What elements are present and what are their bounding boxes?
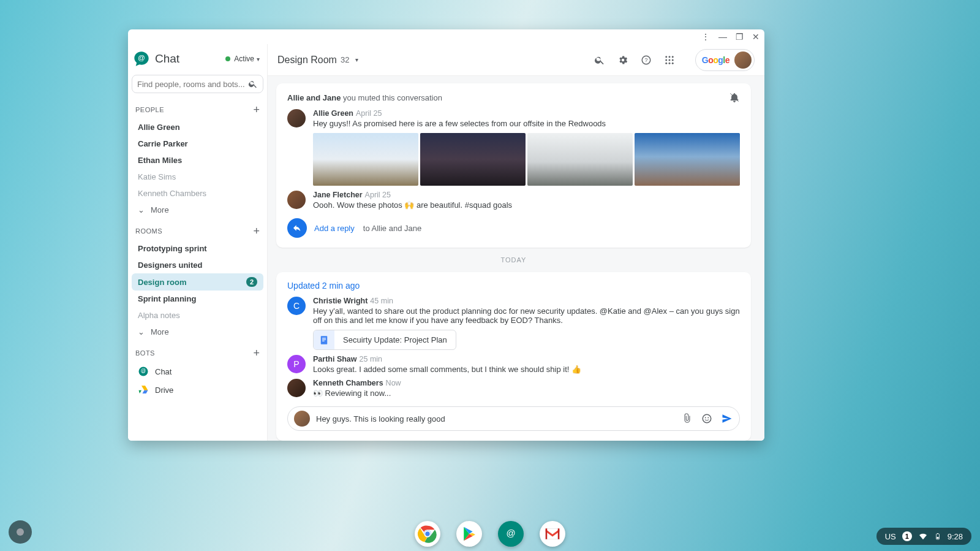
drive-bot-icon	[138, 384, 149, 395]
google-doc-icon	[314, 330, 334, 349]
sidebar-item-room[interactable]: Alpha notes	[132, 307, 263, 324]
avatar	[287, 109, 306, 127]
message: Allie GreenApril 25 Hey guys!! As promis…	[287, 109, 740, 186]
photo-thumbnail[interactable]	[527, 133, 633, 186]
shelf-app-chat[interactable]: @	[498, 521, 524, 547]
room-selector[interactable]: Design Room 32 ▾	[277, 55, 358, 66]
rooms-more[interactable]: ⌄ More	[132, 324, 263, 340]
svg-text:@: @	[138, 53, 145, 61]
avatar	[287, 379, 306, 397]
section-head-bots: Bots +	[132, 344, 263, 362]
shelf-app-chrome[interactable]	[415, 521, 440, 547]
sidebar-item-person[interactable]: Kenneth Chambers	[132, 185, 263, 202]
section-head-rooms: Rooms +	[132, 222, 263, 240]
reply-icon[interactable]	[287, 218, 307, 238]
account-chip[interactable]: Google	[695, 49, 755, 71]
photo-thumbnail[interactable]	[635, 133, 740, 186]
message: P Parthi Shaw25 min Looks great. I added…	[287, 355, 740, 374]
chevron-down-icon: ⌄	[138, 205, 145, 215]
people-more[interactable]: ⌄ More	[132, 202, 263, 218]
chevron-down-icon: ⌄	[138, 327, 145, 336]
shelf-apps: @	[415, 521, 565, 547]
thread-card: Updated 2 min ago C Christie Wright45 mi…	[276, 272, 751, 441]
add-people-icon[interactable]: +	[253, 104, 260, 115]
sidebar-item-person[interactable]: Ethan Miles	[132, 152, 263, 169]
svg-rect-17	[322, 340, 325, 341]
sidebar-item-person[interactable]: Carrie Parker	[132, 135, 263, 152]
add-reply-link[interactable]: Add a reply	[314, 224, 355, 233]
battery-icon	[934, 531, 941, 541]
compose-input[interactable]	[316, 414, 676, 424]
emoji-icon[interactable]	[701, 413, 712, 424]
section-head-people: People +	[132, 101, 263, 119]
apps-grid-icon[interactable]	[663, 54, 676, 66]
sidebar-item-bot-drive[interactable]: Drive	[132, 381, 263, 399]
thread-updated-label: Updated 2 min ago	[287, 281, 740, 291]
launcher-button[interactable]	[9, 520, 32, 544]
sidebar-item-room[interactable]: Sprint planning	[132, 291, 263, 307]
svg-rect-28	[937, 533, 938, 534]
chevron-down-icon: ▾	[257, 56, 260, 63]
compose-row	[287, 406, 740, 431]
window-menu-icon[interactable]: ⋮	[701, 32, 710, 42]
sidebar-item-room[interactable]: Prototyping sprint	[132, 240, 263, 257]
message-text: Hey y'all, wanted to share out the produ…	[313, 306, 740, 325]
sidebar: @ Chat Active ▾ P	[128, 44, 268, 441]
help-icon[interactable]: ?	[640, 54, 652, 66]
system-tray[interactable]: US 1 9:28	[876, 528, 971, 545]
presence-dropdown[interactable]: Active ▾	[225, 55, 260, 63]
chat-window: ⋮ — ❐ ✕ @ Chat Active ▾	[128, 29, 764, 441]
sidebar-item-person[interactable]: Katie Sims	[132, 169, 263, 185]
photo-thumbnail[interactable]	[420, 133, 526, 186]
message-scroll[interactable]: Allie and Jane you muted this conversati…	[268, 76, 764, 441]
window-maximize-icon[interactable]: ❐	[736, 32, 744, 42]
bell-off-icon[interactable]	[729, 92, 740, 103]
search-icon[interactable]	[594, 54, 606, 66]
room-member-count: 32	[341, 55, 349, 64]
sidebar-search[interactable]	[132, 75, 263, 93]
presence-dot-icon	[225, 56, 230, 61]
add-bot-icon[interactable]: +	[253, 348, 260, 359]
chevron-down-icon: ▾	[355, 56, 358, 63]
section-label-bots: Bots	[135, 349, 155, 357]
svg-point-10	[671, 59, 673, 61]
message-text: Looks great. I added some small comments…	[313, 365, 740, 374]
svg-rect-16	[322, 339, 326, 340]
shelf-app-play[interactable]	[456, 521, 482, 547]
svg-text:?: ?	[644, 57, 647, 63]
shelf-app-gmail[interactable]	[540, 521, 565, 547]
search-icon[interactable]	[248, 79, 258, 89]
sidebar-header: @ Chat Active ▾	[132, 44, 263, 74]
svg-rect-27	[937, 537, 938, 539]
doc-attachment[interactable]: Secuirty Update: Project Plan	[313, 330, 456, 350]
sidebar-item-room-active[interactable]: Design room 2	[132, 273, 263, 291]
section-label-people: People	[135, 106, 164, 113]
add-room-icon[interactable]: +	[253, 226, 260, 237]
header-actions: ? Google	[594, 49, 755, 71]
ime-indicator: US	[885, 532, 896, 541]
thread-title: Allie and Jane you muted this conversati…	[287, 93, 442, 102]
sidebar-item-bot-chat[interactable]: @ Chat	[132, 362, 263, 381]
window-minimize-icon[interactable]: —	[718, 32, 727, 42]
svg-rect-15	[322, 338, 326, 338]
avatar: P	[287, 355, 306, 373]
main-pane: Design Room 32 ▾ ? Google	[268, 44, 764, 441]
window-close-icon[interactable]: ✕	[752, 32, 760, 42]
sidebar-item-person[interactable]: Allie Green	[132, 119, 263, 135]
profile-avatar	[734, 51, 752, 69]
presence-label: Active	[234, 55, 254, 63]
send-icon[interactable]	[721, 412, 733, 425]
attachment-icon[interactable]	[682, 413, 693, 424]
notification-count: 1	[902, 531, 912, 541]
thread-card: Allie and Jane you muted this conversati…	[276, 83, 751, 248]
sidebar-item-room[interactable]: Designers united	[132, 257, 263, 273]
section-label-rooms: Rooms	[135, 227, 162, 235]
gear-icon[interactable]	[617, 54, 629, 66]
photo-thumbnail[interactable]	[313, 133, 418, 186]
sidebar-search-input[interactable]	[137, 80, 248, 89]
svg-point-5	[665, 56, 667, 58]
svg-point-20	[707, 417, 709, 419]
svg-rect-14	[321, 336, 328, 344]
date-divider: TODAY	[276, 256, 751, 264]
window-body: @ Chat Active ▾ P	[128, 44, 764, 441]
